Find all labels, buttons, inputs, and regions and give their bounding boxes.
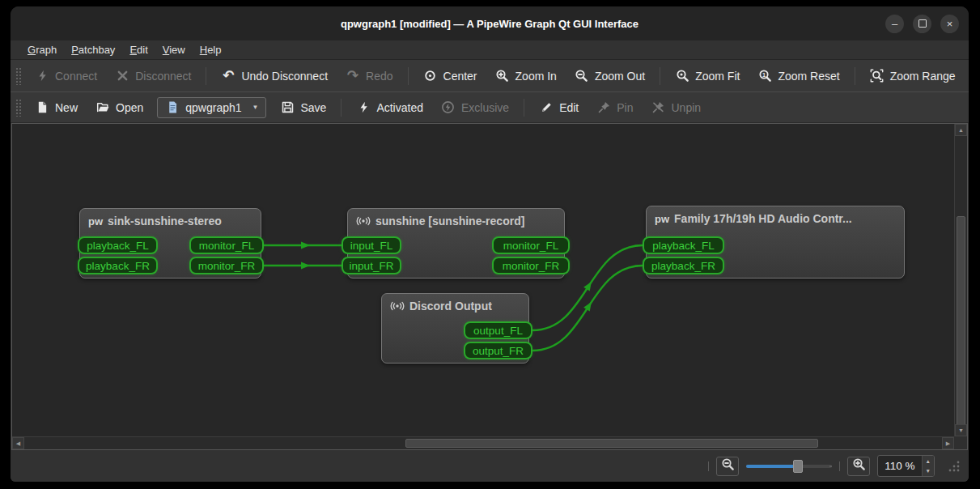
- port-discord-output-output-fr[interactable]: output_FR: [464, 342, 532, 359]
- save-button[interactable]: Save: [271, 96, 335, 119]
- port-family-hd-audio-playback-fl[interactable]: playback_FL: [643, 236, 724, 254]
- redo-icon: ↷: [346, 69, 360, 83]
- zoom-slider-handle[interactable]: [793, 460, 803, 473]
- exclusive-button[interactable]: Exclusive: [432, 96, 518, 119]
- maximize-button[interactable]: [913, 15, 931, 33]
- edit-button[interactable]: Edit: [530, 96, 588, 119]
- toolbar-label: Zoom Range: [890, 70, 956, 83]
- connect-button[interactable]: Connect: [26, 65, 106, 87]
- center-button[interactable]: Center: [414, 65, 486, 87]
- arrow-left-icon: ◀: [16, 440, 20, 447]
- horizontal-scroll-thumb[interactable]: [405, 439, 818, 448]
- toolbar-graph: ConnectDisconnect↶Undo Disconnect↷RedoCe…: [11, 60, 969, 92]
- arrow-up-icon: ▲: [958, 127, 964, 133]
- unpin-icon: [651, 100, 665, 115]
- statusbar-separator: [839, 461, 840, 471]
- zoom-reset-button[interactable]: 1Zoom Reset: [749, 65, 848, 87]
- patchbay-doc-icon: [165, 100, 180, 115]
- zoom-range-button[interactable]: Zoom Range: [861, 65, 965, 87]
- spinbox-arrows: ▲ ▼: [922, 456, 934, 476]
- disconnect-button[interactable]: Disconnect: [106, 65, 200, 87]
- scroll-left-button[interactable]: ◀: [12, 437, 24, 449]
- zoom-spinbox[interactable]: 110 % ▲ ▼: [877, 455, 935, 477]
- menu-graph[interactable]: Graph: [20, 42, 64, 57]
- edit-icon: [539, 100, 554, 115]
- zoom-out-button[interactable]: [716, 457, 739, 476]
- activated-button[interactable]: Activated: [347, 96, 432, 119]
- pin-button[interactable]: Pin: [588, 96, 642, 119]
- pin-icon: [596, 100, 611, 115]
- zoom-in-button[interactable]: [847, 457, 870, 476]
- undo-disconnect-button[interactable]: ↶Undo Disconnect: [212, 65, 337, 87]
- menu-patchbay[interactable]: Patchbay: [64, 42, 122, 57]
- toolbar-label: Zoom Reset: [778, 70, 839, 83]
- zoom-out-button[interactable]: Zoom Out: [566, 65, 654, 87]
- center-icon: [423, 69, 438, 83]
- port-sunshine-monitor-fl[interactable]: monitor_FL: [492, 236, 570, 254]
- zoom-slider-fill: [746, 465, 798, 468]
- arrow-down-icon: ▼: [958, 427, 964, 433]
- minimize-icon: –: [892, 19, 897, 29]
- port-discord-output-output-fl[interactable]: output_FL: [464, 321, 532, 339]
- port-sink-sunshine-stereo-monitor-fl[interactable]: monitor_FL: [189, 236, 264, 254]
- zoom-range-icon: [870, 69, 885, 83]
- resize-grip[interactable]: [947, 459, 961, 473]
- port-sunshine-input-fl[interactable]: input_FL: [342, 236, 401, 254]
- zoom-fit-icon: [675, 69, 689, 83]
- toolbar-label: Save: [300, 101, 326, 114]
- port-sink-sunshine-stereo-playback-fr[interactable]: playback_FR: [78, 257, 158, 274]
- status-bar: 110 % ▲ ▼: [11, 450, 969, 482]
- toolbar-label: Center: [443, 70, 477, 83]
- new-button[interactable]: New: [26, 96, 87, 119]
- close-icon: ×: [947, 19, 953, 29]
- dropdown-arrow-icon: ▼: [252, 104, 259, 111]
- connection-links: [12, 124, 954, 436]
- zoom-slider[interactable]: [746, 458, 832, 474]
- toolbar-separator: [408, 67, 409, 85]
- port-sunshine-input-fr[interactable]: input_FR: [342, 257, 401, 274]
- slider-tick: [829, 466, 832, 467]
- qpwgraph1-combobox[interactable]: qpwgraph1▼: [157, 97, 266, 118]
- zoom-in-button[interactable]: Zoom In: [486, 65, 566, 87]
- scroll-down-button[interactable]: ▼: [955, 424, 967, 436]
- redo-button[interactable]: ↷Redo: [337, 65, 401, 87]
- spin-down-icon[interactable]: ▼: [923, 466, 934, 477]
- port-sink-sunshine-stereo-playback-fl[interactable]: playback_FL: [78, 236, 158, 254]
- port-family-hd-audio-playback-fr[interactable]: playback_FR: [643, 257, 724, 274]
- close-button[interactable]: ×: [940, 15, 959, 33]
- unpin-button[interactable]: Unpin: [642, 96, 710, 119]
- vertical-scrollbar[interactable]: ▲ ▼: [954, 124, 967, 436]
- toolbar-label: Zoom Out: [595, 70, 645, 83]
- toolbar-drag-handle[interactable]: [15, 67, 21, 85]
- open-button[interactable]: Open: [87, 96, 152, 119]
- vertical-scroll-thumb[interactable]: [957, 216, 965, 427]
- toolbar-patchbay: NewOpenqpwgraph1▼SaveActivatedExclusiveE…: [11, 92, 969, 123]
- toolbar-drag-handle[interactable]: [15, 99, 21, 117]
- zoom-out-icon: [575, 69, 589, 83]
- toolbar-label: New: [55, 101, 78, 114]
- maximize-icon: [918, 19, 927, 28]
- menu-help[interactable]: Help: [193, 42, 229, 57]
- port-sunshine-monitor-fr[interactable]: monitor_FR: [492, 257, 570, 274]
- graph-canvas[interactable]: pw sink-sunshine-stereo sunshine [sunshi…: [12, 124, 954, 436]
- window-controls: – ×: [885, 6, 959, 40]
- scroll-up-button[interactable]: ▲: [955, 124, 967, 136]
- desktop: qpwgraph1 [modified] — A PipeWire Graph …: [0, 0, 980, 489]
- toolbar-label: Redo: [366, 70, 392, 83]
- port-sink-sunshine-stereo-monitor-fr[interactable]: monitor_FR: [189, 257, 264, 274]
- toolbar-label: Pin: [617, 101, 633, 114]
- minimize-button[interactable]: –: [885, 15, 904, 33]
- spin-up-icon[interactable]: ▲: [923, 456, 934, 466]
- horizontal-scrollbar[interactable]: ◀ ▶: [12, 436, 954, 449]
- menu-edit[interactable]: Edit: [122, 42, 155, 57]
- undo-icon: ↶: [221, 69, 235, 83]
- toolbar-label: Exclusive: [461, 101, 509, 114]
- scroll-right-button[interactable]: ▶: [942, 437, 954, 449]
- zoom-value: 110 %: [878, 456, 921, 476]
- toolbar-label: qpwgraph1: [185, 101, 241, 114]
- zoom-fit-button[interactable]: Zoom Fit: [666, 65, 749, 87]
- menu-view[interactable]: View: [155, 42, 193, 57]
- title-bar[interactable]: qpwgraph1 [modified] — A PipeWire Graph …: [11, 6, 969, 40]
- statusbar-separator: [708, 461, 709, 471]
- disconnect-icon: [115, 69, 129, 83]
